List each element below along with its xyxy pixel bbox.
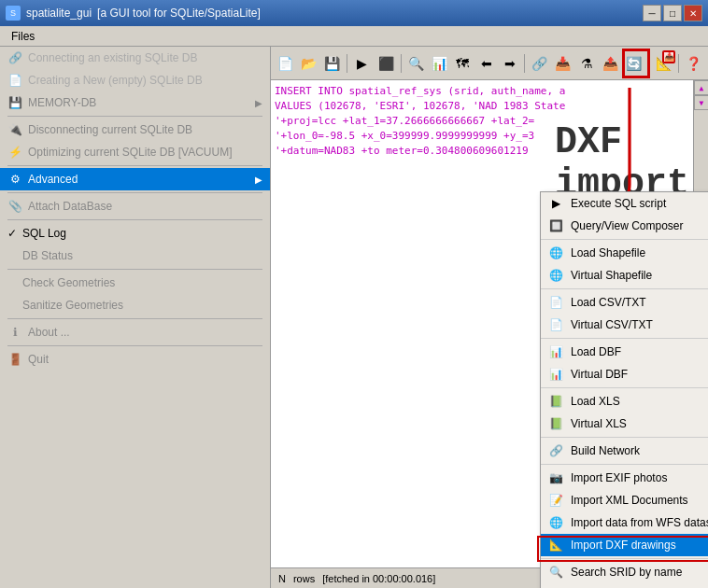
toolbar-btn-connect[interactable]: 🔗 bbox=[529, 51, 550, 76]
sidebar-label-check-geom: Check Geometries bbox=[22, 276, 262, 289]
minimize-button[interactable]: ─ bbox=[643, 5, 661, 21]
dropdown-label-execute: Execute SQL script bbox=[571, 197, 666, 210]
check-icon: ✓ bbox=[7, 227, 17, 240]
app-title: spatialite_gui bbox=[26, 7, 92, 20]
files-menu[interactable]: Files bbox=[4, 28, 42, 45]
dropdown-item-build-network[interactable]: 🔗 Build Network bbox=[541, 440, 708, 462]
dropdown-item-load-csv[interactable]: 📄 Load CSV/TXT bbox=[541, 291, 708, 314]
toolbar-btn-chart[interactable]: 📊 bbox=[429, 51, 450, 76]
toolbar-btn-refresh[interactable]: 🔄 bbox=[623, 51, 644, 76]
dropdown-label-virtual-csv: Virtual CSV/TXT bbox=[571, 318, 653, 331]
dropdown-item-execute-sql[interactable]: ▶ Execute SQL script bbox=[541, 192, 708, 215]
advanced-icon: ⚙ bbox=[7, 172, 22, 187]
toolbar-btn-map[interactable]: 🗺 bbox=[452, 51, 474, 76]
arrow-icon: ▶ bbox=[255, 98, 262, 108]
shapefile-icon: 🌐 bbox=[548, 245, 563, 260]
dropdown-label-virtual-shapefile: Virtual Shapefile bbox=[571, 269, 652, 282]
dropdown-label-build-network: Build Network bbox=[571, 444, 640, 457]
toolbar-btn-stop[interactable]: ⬛ bbox=[375, 51, 397, 76]
dropdown-item-virtual-shapefile[interactable]: 🌐 Virtual Shapefile bbox=[541, 264, 708, 287]
sql-line-1: INSERT INTO spatial_ref_sys (srid, auth_… bbox=[275, 84, 704, 99]
sidebar-item-memory-db[interactable]: 💾 MEMORY-DB ▶ bbox=[0, 91, 270, 114]
sidebar-item-db-status[interactable]: DB Status bbox=[0, 245, 270, 267]
status-rows-label: rows bbox=[293, 573, 315, 584]
toolbar-btn-settings[interactable]: 📥 📐 bbox=[653, 51, 674, 76]
dropdown-label-load-csv: Load CSV/TXT bbox=[571, 296, 646, 309]
app-icon: S bbox=[6, 6, 21, 21]
scroll-down-btn[interactable]: ▼ bbox=[694, 95, 708, 110]
sidebar-item-advanced[interactable]: ⚙ Advanced ▶ bbox=[0, 168, 270, 190]
dropdown-item-query-view[interactable]: 🔲 Query/View Composer bbox=[541, 215, 708, 237]
xls-icon: 📗 bbox=[548, 394, 563, 409]
sidebar-item-sql-log[interactable]: ✓ SQL Log bbox=[0, 222, 270, 245]
sidebar-label-about: About ... bbox=[28, 326, 262, 339]
menu-bar: Files bbox=[0, 26, 708, 47]
sidebar-item-check-geom[interactable]: Check Geometries bbox=[0, 272, 270, 294]
dropdown-item-default-charset[interactable]: 🔤 Default Output Charset bbox=[541, 583, 708, 588]
dropdown-sep-6 bbox=[541, 464, 708, 465]
right-content: 📄 📂 💾 ▶ ⬛ 🔍 📊 🗺 ⬅ ➡ 🔗 📥 ⚗ 📤 🔄 📥 📐 bbox=[271, 47, 708, 588]
exif-icon: 📷 bbox=[548, 470, 563, 485]
dropdown-item-load-xls[interactable]: 📗 Load XLS bbox=[541, 390, 708, 413]
toolbar-btn-search[interactable]: 🔍 bbox=[405, 51, 427, 76]
dropdown-item-import-xml[interactable]: 📝 Import XML Documents bbox=[541, 489, 708, 511]
maximize-button[interactable]: □ bbox=[663, 5, 682, 21]
xml-icon: 📝 bbox=[548, 493, 563, 508]
separator-3 bbox=[7, 192, 262, 193]
sidebar-label-optimize: Optimizing current SQLite DB [VACUUM] bbox=[28, 146, 262, 159]
sidebar-label-sql-log: SQL Log bbox=[22, 227, 262, 240]
disconnect-icon: 🔌 bbox=[7, 122, 22, 137]
scroll-up-btn[interactable]: ▲ bbox=[694, 80, 708, 95]
sidebar-item-about[interactable]: ℹ About ... bbox=[0, 321, 270, 343]
toolbar-btn-load[interactable]: 📥 bbox=[552, 51, 573, 76]
build-network-icon: 🔗 bbox=[548, 443, 563, 458]
dropdown-item-virtual-csv[interactable]: 📄 Virtual CSV/TXT bbox=[541, 314, 708, 336]
dropdown-item-import-exif[interactable]: 📷 Import EXIF photos bbox=[541, 467, 708, 489]
optimize-icon: ⚡ bbox=[7, 145, 22, 160]
close-button[interactable]: ✕ bbox=[684, 5, 702, 21]
sidebar-item-attach-db[interactable]: 📎 Attach DataBase bbox=[0, 195, 270, 217]
separator-7 bbox=[7, 345, 262, 346]
sidebar-item-quit[interactable]: 🚪 Quit bbox=[0, 348, 270, 371]
status-fetched: [fetched in 00:00:00.016] bbox=[322, 573, 435, 584]
separator-5 bbox=[7, 269, 262, 270]
query-view-icon: 🔲 bbox=[548, 218, 563, 233]
sidebar-item-sanitize-geom[interactable]: Sanitize Geometries bbox=[0, 294, 270, 316]
toolbar-btn-open[interactable]: 📂 bbox=[298, 51, 319, 76]
toolbar-btn-execute[interactable]: ▶ bbox=[351, 51, 373, 76]
toolbar-btn-filter[interactable]: ⚗ bbox=[576, 51, 598, 76]
execute-sql-icon: ▶ bbox=[548, 196, 563, 211]
sidebar-label-attach: Attach DataBase bbox=[28, 200, 262, 213]
status-rows: N bbox=[278, 573, 286, 584]
toolbar-btn-save[interactable]: 💾 bbox=[321, 51, 343, 76]
app-subtitle: [a GUI tool for SQLite/SpatiaLite] bbox=[97, 7, 261, 20]
sidebar-item-connect-existing: 🔗 Connecting an existing SQLite DB bbox=[0, 47, 270, 69]
sql-line-3: '+proj=lcc +lat_1=37.2666666666667 +lat_… bbox=[275, 114, 704, 129]
sidebar-label-connect: Connecting an existing SQLite DB bbox=[28, 51, 262, 64]
advanced-dropdown: ▶ Execute SQL script 🔲 Query/View Compos… bbox=[540, 191, 708, 588]
dropdown-sep-7 bbox=[541, 558, 708, 559]
toolbar-btn-back[interactable]: ⬅ bbox=[475, 51, 497, 76]
dropdown-item-search-srid[interactable]: 🔍 Search SRID by name bbox=[541, 561, 708, 583]
dropdown-item-import-dxf[interactable]: 📐 Import DXF drawings bbox=[541, 534, 708, 556]
toolbar-sep-4 bbox=[648, 54, 649, 73]
sidebar-item-disconnect[interactable]: 🔌 Disconnecting current SQLite DB bbox=[0, 119, 270, 141]
dropdown-item-import-wfs[interactable]: 🌐 Import data from WFS datasource bbox=[541, 511, 708, 534]
dropdown-item-virtual-dbf[interactable]: 📊 Virtual DBF bbox=[541, 363, 708, 385]
attach-icon: 📎 bbox=[7, 199, 22, 214]
toolbar-btn-export[interactable]: 📤 bbox=[600, 51, 621, 76]
toolbar-btn-help[interactable]: ❓ bbox=[683, 51, 704, 76]
toolbar-btn-forward[interactable]: ➡ bbox=[499, 51, 520, 76]
sidebar-label-db-status: DB Status bbox=[22, 249, 262, 262]
sidebar: 🔗 Connecting an existing SQLite DB 📄 Cre… bbox=[0, 47, 271, 588]
dropdown-item-load-dbf[interactable]: 📊 Load DBF bbox=[541, 341, 708, 363]
virtual-shapefile-icon: 🌐 bbox=[548, 268, 563, 283]
sidebar-item-optimize[interactable]: ⚡ Optimizing current SQLite DB [VACUUM] bbox=[0, 141, 270, 163]
sidebar-label-disconnect: Disconnecting current SQLite DB bbox=[28, 123, 262, 136]
sidebar-item-create-new: 📄 Creating a New (empty) SQLite DB bbox=[0, 69, 270, 91]
dropdown-sep-5 bbox=[541, 437, 708, 438]
toolbar-btn-new[interactable]: 📄 bbox=[275, 51, 296, 76]
dropdown-item-virtual-xls[interactable]: 📗 Virtual XLS bbox=[541, 413, 708, 435]
virtual-dbf-icon: 📊 bbox=[548, 367, 563, 382]
dropdown-item-load-shapefile[interactable]: 🌐 Load Shapefile bbox=[541, 242, 708, 264]
